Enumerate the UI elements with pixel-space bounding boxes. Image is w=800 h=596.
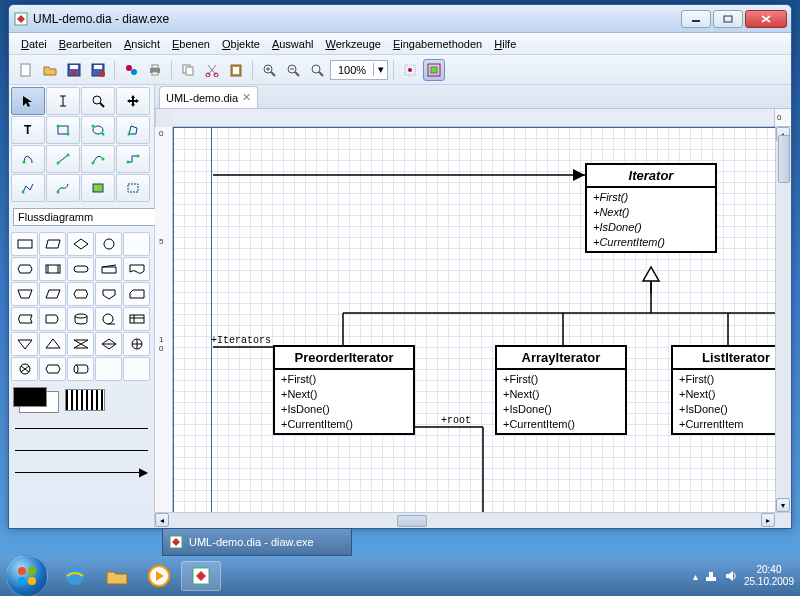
bezier-tool-icon[interactable] [46, 174, 80, 202]
line-tool-icon[interactable] [46, 145, 80, 173]
zigzag-tool-icon[interactable] [116, 145, 150, 173]
export-icon[interactable] [120, 59, 142, 81]
scroll-thumb-v[interactable] [778, 135, 790, 183]
taskbar-preview[interactable]: UML-demo.dia - diaw.exe [162, 528, 352, 556]
close-button[interactable] [745, 10, 787, 28]
tab-close-icon[interactable]: ✕ [242, 91, 251, 104]
shape-display-icon[interactable] [67, 282, 94, 306]
uml-class-list[interactable]: ListIterator +First() +Next() +IsDone() … [671, 345, 775, 435]
menu-bearbeiten[interactable]: Bearbeiten [53, 36, 118, 52]
horizontal-scrollbar[interactable]: ◂ ▸ [155, 512, 791, 528]
uml-class-array[interactable]: ArrayIterator +First() +Next() +IsDone()… [495, 345, 627, 435]
menu-ansicht[interactable]: Ansicht [118, 36, 166, 52]
ellipse-tool-icon[interactable] [81, 116, 115, 144]
shape-io-icon[interactable] [39, 232, 66, 256]
save-icon[interactable] [63, 59, 85, 81]
polygon-tool-icon[interactable] [116, 116, 150, 144]
horizontal-ruler[interactable]: 0 5 10 15 20 25 [775, 109, 791, 127]
shape-merge-icon[interactable] [11, 332, 38, 356]
diagram-canvas[interactable]: +Iterators +root Iterator +First() +Next… [173, 127, 775, 512]
line-body-style[interactable] [15, 441, 148, 459]
uml-class-preorder[interactable]: PreorderIterator +First() +Next() +IsDon… [273, 345, 415, 435]
tray-show-hidden-icon[interactable]: ▴ [693, 571, 698, 582]
shape-drum-icon[interactable] [67, 357, 94, 381]
grid-snap-icon[interactable] [399, 59, 421, 81]
scroll-down-icon[interactable]: ▾ [776, 498, 790, 512]
menu-ebenen[interactable]: Ebenen [166, 36, 216, 52]
zoom-in-icon[interactable] [258, 59, 280, 81]
open-icon[interactable] [39, 59, 61, 81]
menu-auswahl[interactable]: Auswahl [266, 36, 320, 52]
scroll-left-icon[interactable]: ◂ [155, 513, 169, 527]
sheet-input[interactable] [13, 208, 161, 226]
vertical-scrollbar[interactable]: ▴ ▾ [775, 127, 791, 512]
shape-data-icon[interactable] [39, 282, 66, 306]
start-button[interactable] [6, 555, 48, 596]
paste-icon[interactable] [225, 59, 247, 81]
taskbar-app-dia[interactable] [181, 561, 221, 591]
tab-uml-demo[interactable]: UML-demo.dia ✕ [159, 86, 258, 108]
zoom-dropdown-icon[interactable]: ▾ [373, 63, 387, 76]
zoom-combo[interactable]: ▾ [330, 60, 388, 80]
shape-predefined-icon[interactable] [39, 257, 66, 281]
shape-decision-icon[interactable] [67, 232, 94, 256]
shape-tape-icon[interactable] [95, 307, 122, 331]
shape-connector-icon[interactable] [95, 232, 122, 256]
shape-delay-icon[interactable] [39, 307, 66, 331]
zoom-fit-icon[interactable] [306, 59, 328, 81]
ie-icon[interactable] [55, 561, 95, 591]
vertical-ruler[interactable]: 0 5 10 [155, 127, 173, 512]
menu-objekte[interactable]: Objekte [216, 36, 266, 52]
shape-sort-icon[interactable] [95, 332, 122, 356]
new-icon[interactable] [15, 59, 37, 81]
shape-or-icon[interactable] [123, 332, 150, 356]
sheet-selector[interactable]: ▾ [13, 208, 150, 226]
shape-offpage-icon[interactable] [95, 282, 122, 306]
scroll-tool-icon[interactable] [116, 87, 150, 115]
image-tool-icon[interactable] [81, 174, 115, 202]
shape-disk-icon[interactable] [67, 307, 94, 331]
media-player-icon[interactable] [139, 561, 179, 591]
shape-manual-icon[interactable] [95, 257, 122, 281]
copy-icon[interactable] [177, 59, 199, 81]
shape-preparation-icon[interactable] [11, 257, 38, 281]
shape-collate-icon[interactable] [67, 332, 94, 356]
menu-werkzeuge[interactable]: Werkzeuge [319, 36, 386, 52]
shape-blank2-icon[interactable] [95, 357, 122, 381]
beziergon-tool-icon[interactable] [11, 145, 45, 173]
menu-eingabemethoden[interactable]: Eingabemethoden [387, 36, 488, 52]
object-snap-icon[interactable] [423, 59, 445, 81]
shape-manualop-icon[interactable] [11, 282, 38, 306]
zoom-input[interactable] [331, 64, 373, 76]
shape-extract-icon[interactable] [39, 332, 66, 356]
explorer-icon[interactable] [97, 561, 137, 591]
polyline-tool-icon[interactable] [11, 174, 45, 202]
scroll-thumb-h[interactable] [397, 515, 427, 527]
text-tool-icon[interactable]: T [11, 116, 45, 144]
menu-datei[interactable]: Datei [15, 36, 53, 52]
uml-class-iterator[interactable]: Iterator +First() +Next() +IsDone() +Cur… [585, 163, 717, 253]
line-end-style[interactable]: ▶ [15, 463, 148, 481]
shape-stored-icon[interactable] [11, 307, 38, 331]
text-edit-tool-icon[interactable] [46, 87, 80, 115]
shape-loop-icon[interactable] [39, 357, 66, 381]
fg-color-swatch[interactable] [13, 387, 47, 407]
titlebar[interactable]: UML-demo.dia - diaw.exe [9, 5, 791, 33]
shape-sum-icon[interactable] [11, 357, 38, 381]
pointer-tool-icon[interactable] [11, 87, 45, 115]
shape-internal-icon[interactable] [123, 307, 150, 331]
assoc-label-root[interactable]: +root [441, 415, 471, 426]
tray-network-icon[interactable] [704, 569, 718, 583]
shape-process-icon[interactable] [11, 232, 38, 256]
print-icon[interactable] [144, 59, 166, 81]
maximize-button[interactable] [713, 10, 743, 28]
shape-blank3-icon[interactable] [123, 357, 150, 381]
outline-tool-icon[interactable] [116, 174, 150, 202]
save-as-icon[interactable] [87, 59, 109, 81]
shape-blank-icon[interactable] [123, 232, 150, 256]
shape-card-icon[interactable] [123, 282, 150, 306]
shape-terminal-icon[interactable] [67, 257, 94, 281]
minimize-button[interactable] [681, 10, 711, 28]
line-start-style[interactable] [15, 419, 148, 437]
menu-hilfe[interactable]: Hilfe [488, 36, 522, 52]
